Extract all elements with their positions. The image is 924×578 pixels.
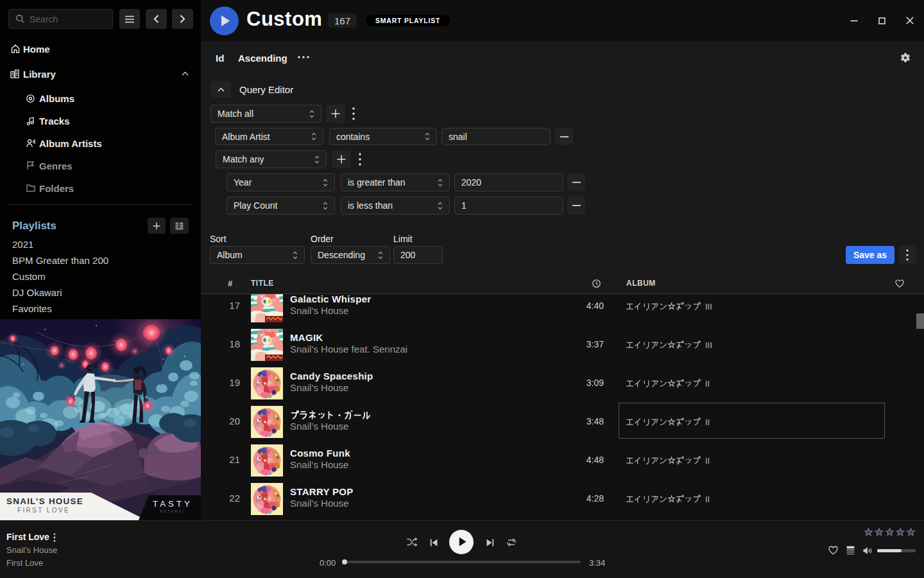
svg-text:TASTY: TASTY (153, 499, 193, 509)
svg-text:FIRST LOVE: FIRST LOVE (17, 507, 70, 514)
svg-text:BSTARXI: BSTARXI (160, 509, 185, 513)
svg-text:SNAIL’S HOUSE: SNAIL’S HOUSE (6, 496, 83, 506)
